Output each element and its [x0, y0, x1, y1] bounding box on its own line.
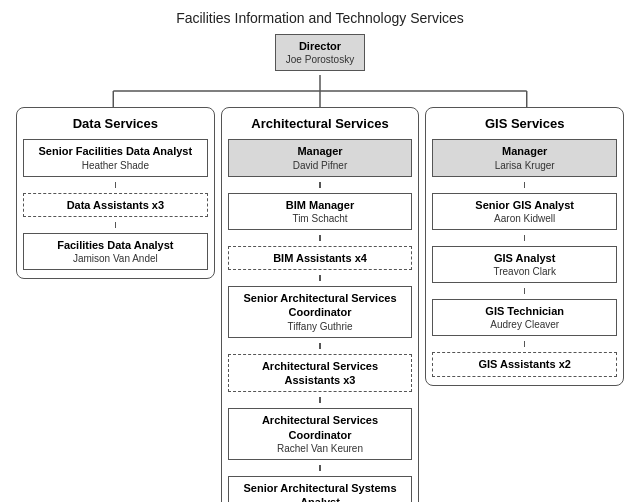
v-connector [319, 397, 321, 403]
data-services-section: Data Services Senior Facilities Data Ana… [16, 107, 215, 279]
v-connector [319, 343, 321, 349]
top-connectors [16, 75, 624, 107]
role-label: Senior Architectural Services Coordinato… [237, 291, 404, 320]
gis-manager-box: Manager Larisa Kruger [432, 139, 617, 176]
person-label: Jamison Van Andel [32, 252, 199, 265]
architectural-services-title: Architectural Services [228, 116, 413, 131]
arch-assistants-box: Architectural Services Assistants x3 [228, 354, 413, 393]
gis-services-items: Manager Larisa Kruger Senior GIS Analyst… [432, 139, 617, 376]
person-label: Rachel Van Keuren [237, 442, 404, 455]
role-label: Architectural Services Assistants x3 [237, 359, 404, 388]
bim-assistants-box: BIM Assistants x4 [228, 246, 413, 270]
director-name: Joe Porostosky [286, 53, 354, 66]
facilities-data-analyst-box: Facilities Data Analyst Jamison Van Ande… [23, 233, 208, 270]
v-connector [319, 182, 321, 188]
data-services-items: Senior Facilities Data Analyst Heather S… [23, 139, 208, 270]
role-label: Senior Architectural Systems Analyst [237, 481, 404, 502]
page: Facilities Information and Technology Se… [0, 0, 640, 502]
director-role: Director [286, 39, 354, 53]
person-label: Heather Shade [32, 159, 199, 172]
role-label: GIS Assistants x2 [441, 357, 608, 371]
arch-manager-box: Manager David Pifner [228, 139, 413, 176]
role-label: Senior GIS Analyst [441, 198, 608, 212]
architectural-services-items: Manager David Pifner BIM Manager Tim Sch… [228, 139, 413, 502]
gis-technician-box: GIS Technician Audrey Cleaver [432, 299, 617, 336]
gis-assistants-box: GIS Assistants x2 [432, 352, 617, 376]
person-label: David Pifner [237, 159, 404, 172]
v-connector [319, 275, 321, 281]
role-label: GIS Analyst [441, 251, 608, 265]
person-label: Treavon Clark [441, 265, 608, 278]
person-label: Audrey Cleaver [441, 318, 608, 331]
role-label: GIS Technician [441, 304, 608, 318]
senior-arch-coordinator-box: Senior Architectural Services Coordinato… [228, 286, 413, 338]
v-connector [524, 235, 526, 241]
role-label: Senior Facilities Data Analyst [32, 144, 199, 158]
gis-services-section: GIS Services Manager Larisa Kruger Senio… [425, 107, 624, 385]
person-label: Tim Schacht [237, 212, 404, 225]
role-label: BIM Manager [237, 198, 404, 212]
v-connector [115, 182, 117, 188]
senior-arch-analyst-box: Senior Architectural Systems Analyst Sea… [228, 476, 413, 502]
v-connector [319, 235, 321, 241]
page-title: Facilities Information and Technology Se… [10, 10, 630, 26]
person-label: Tiffany Guthrie [237, 320, 404, 333]
architectural-services-section: Architectural Services Manager David Pif… [221, 107, 420, 502]
v-connector [524, 341, 526, 347]
v-connector [319, 465, 321, 471]
v-connector [524, 182, 526, 188]
director-box: Director Joe Porostosky [275, 34, 365, 71]
role-label: Manager [237, 144, 404, 158]
v-connector [115, 222, 117, 228]
role-label: Architectural Services Coordinator [237, 413, 404, 442]
connector-svg [16, 75, 624, 107]
data-services-title: Data Services [23, 116, 208, 131]
person-label: Aaron Kidwell [441, 212, 608, 225]
data-assistants-box: Data Assistants x3 [23, 193, 208, 217]
gis-services-title: GIS Services [432, 116, 617, 131]
bim-manager-box: BIM Manager Tim Schacht [228, 193, 413, 230]
role-label: Facilities Data Analyst [32, 238, 199, 252]
arch-coordinator-box: Architectural Services Coordinator Rache… [228, 408, 413, 460]
v-connector [524, 288, 526, 294]
columns: Data Services Senior Facilities Data Ana… [10, 107, 630, 502]
senior-gis-analyst-box: Senior GIS Analyst Aaron Kidwell [432, 193, 617, 230]
senior-facilities-data-analyst-box: Senior Facilities Data Analyst Heather S… [23, 139, 208, 176]
role-label: Data Assistants x3 [32, 198, 199, 212]
gis-analyst-box: GIS Analyst Treavon Clark [432, 246, 617, 283]
role-label: Manager [441, 144, 608, 158]
person-label: Larisa Kruger [441, 159, 608, 172]
role-label: BIM Assistants x4 [237, 251, 404, 265]
director-section: Director Joe Porostosky [10, 34, 630, 71]
